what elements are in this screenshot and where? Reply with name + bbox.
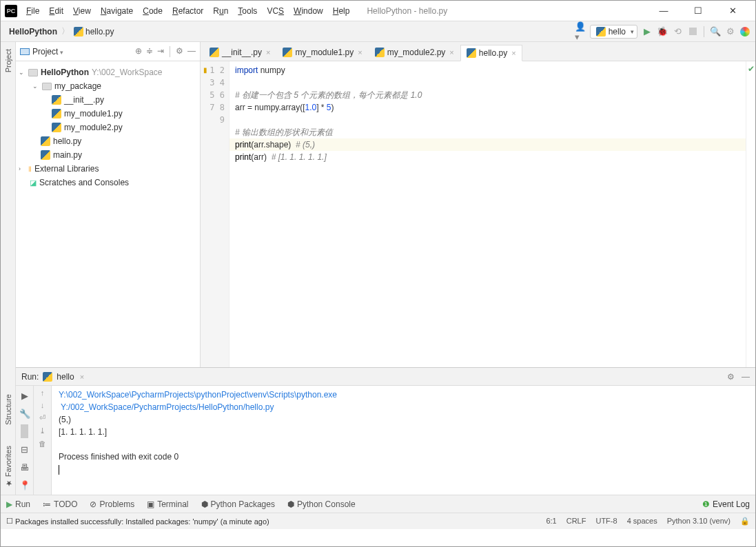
close-tab-icon[interactable]: ×: [266, 48, 270, 56]
user-icon[interactable]: 👤▾: [575, 26, 586, 37]
up-arrow-icon[interactable]: ↑: [41, 389, 45, 397]
tab-label: hello.py: [479, 48, 507, 58]
console-output[interactable]: Y:\002_WorkSpace\PycharmProjects\pythonP…: [52, 386, 755, 495]
close-tab-icon[interactable]: ×: [449, 48, 453, 56]
code-editor[interactable]: 1 2 ▮3 4 5 6 7 8 9 import numpy # 创建一个包含…: [201, 61, 755, 367]
ide-features-icon[interactable]: [740, 27, 750, 37]
menu-navigate[interactable]: Navigate: [97, 5, 136, 17]
todo-tab-button[interactable]: ≔ TODO: [43, 499, 77, 509]
favorites-tool-tab[interactable]: ★ Favorites: [3, 446, 12, 488]
menu-run[interactable]: Run: [210, 5, 232, 17]
rerun-icon[interactable]: ▶: [21, 389, 28, 402]
settings-icon[interactable]: ⚙: [725, 26, 736, 37]
close-tab-icon[interactable]: ×: [511, 49, 515, 57]
layout-icon[interactable]: ⊟: [21, 442, 28, 456]
run-button[interactable]: ▶: [642, 26, 653, 37]
trash-icon[interactable]: 🗑: [39, 440, 46, 448]
file-encoding[interactable]: UTF-8: [595, 517, 617, 526]
interpreter[interactable]: Python 3.10 (venv): [667, 517, 731, 526]
tree-file[interactable]: my_module2.py: [19, 121, 197, 134]
editor-tabs: __init__.py× my_module1.py× my_module2.p…: [201, 42, 755, 61]
minimize-button[interactable]: —: [653, 6, 674, 16]
tool-window-toggle-icon[interactable]: ☐: [6, 517, 13, 526]
run-settings-icon[interactable]: ⚙: [727, 372, 735, 382]
tree-file[interactable]: hello.py: [19, 134, 197, 148]
locate-icon[interactable]: ⊕: [135, 46, 142, 57]
navigation-bar: HelloPython 〉 hello.py 👤▾ hello ▶ 🐞 ⟲ 🔍 …: [1, 21, 755, 42]
search-icon[interactable]: 🔍: [710, 26, 721, 37]
close-button[interactable]: ✕: [722, 6, 743, 16]
python-console-tab-button[interactable]: ⬢ Python Console: [287, 499, 356, 509]
pin-icon[interactable]: 📍: [19, 478, 30, 492]
title-bar: PC File Edit View Navigate Code Refactor…: [1, 1, 755, 21]
run-config-name: hello: [57, 372, 74, 382]
hide-run-panel-icon[interactable]: —: [742, 372, 750, 382]
soft-wrap-icon[interactable]: ⏎: [39, 413, 45, 422]
problems-tab-label: Problems: [99, 499, 134, 509]
collapse-all-icon[interactable]: ⇥: [157, 46, 164, 57]
coverage-button[interactable]: ⟲: [672, 26, 683, 37]
editor-tab[interactable]: __init__.py×: [203, 44, 276, 61]
tree-root[interactable]: ⌄ HelloPython Y:\002_WorkSpace: [19, 65, 197, 79]
close-run-tab-icon[interactable]: ×: [80, 373, 84, 381]
tree-file-label: __init__.py: [64, 93, 104, 107]
tree-package[interactable]: ⌄ my_package: [19, 79, 197, 93]
tool-icon[interactable]: 🔧: [19, 406, 30, 420]
panel-settings-icon[interactable]: ⚙: [176, 46, 183, 57]
menu-view[interactable]: View: [70, 5, 94, 17]
todo-tab-label: TODO: [54, 499, 77, 509]
maximize-button[interactable]: ☐: [688, 6, 708, 16]
expand-all-icon[interactable]: ≑: [146, 46, 153, 57]
run-tab-button[interactable]: ▶Run: [6, 499, 30, 509]
window-title: HelloPython - hello.py: [367, 6, 447, 16]
menu-bar: File Edit View Navigate Code Refactor Ru…: [23, 5, 353, 17]
editor-tab[interactable]: my_module1.py×: [276, 44, 368, 61]
menu-refactor[interactable]: Refactor: [169, 5, 207, 17]
python-packages-tab-button[interactable]: ⬢ Python Packages: [201, 499, 275, 509]
editor-tab-active[interactable]: hello.py×: [460, 45, 522, 61]
tree-scratch-label: Scratches and Consoles: [39, 176, 129, 189]
breadcrumb-file[interactable]: hello.py: [71, 25, 116, 38]
menu-code[interactable]: Code: [139, 5, 166, 17]
run-configuration-selector[interactable]: hello: [590, 25, 637, 39]
tree-file[interactable]: main.py: [19, 148, 197, 162]
stop-button[interactable]: [687, 26, 698, 37]
hide-panel-icon[interactable]: —: [187, 46, 196, 57]
tree-package-label: my_package: [54, 79, 101, 93]
window-controls: — ☐ ✕: [653, 6, 751, 16]
menu-help[interactable]: Help: [329, 5, 354, 17]
breadcrumb-file-label: hello.py: [85, 27, 114, 37]
menu-tools[interactable]: Tools: [234, 5, 260, 17]
problems-tab-button[interactable]: ⊘ Problems: [90, 499, 134, 509]
debug-button[interactable]: 🐞: [657, 26, 668, 37]
bookmark-icon[interactable]: ▮: [203, 64, 207, 76]
structure-tool-tab[interactable]: Structure: [4, 394, 12, 425]
breadcrumb-project[interactable]: HelloPython: [6, 25, 60, 38]
tree-file[interactable]: my_module1.py: [19, 107, 197, 121]
project-tool-tab[interactable]: Project: [4, 49, 12, 72]
scroll-end-icon[interactable]: ⤓: [39, 426, 45, 435]
close-tab-icon[interactable]: ×: [358, 48, 362, 56]
python-file-icon: [467, 48, 476, 58]
menu-edit[interactable]: Edit: [45, 5, 67, 17]
line-separator[interactable]: CRLF: [566, 517, 586, 526]
down-arrow-icon[interactable]: ↓: [41, 401, 45, 409]
project-view-selector[interactable]: Project: [32, 47, 63, 56]
print-icon[interactable]: 🖶: [20, 460, 29, 474]
stop-icon[interactable]: [21, 424, 28, 438]
editor-tab[interactable]: my_module2.py×: [369, 44, 460, 61]
inspection-ok-icon[interactable]: ✔: [746, 64, 755, 74]
readonly-lock-icon[interactable]: 🔒: [740, 517, 750, 526]
code-content[interactable]: import numpy # 创建一个包含 5 个元素的数组，每个元素都是 1.…: [229, 61, 746, 367]
tree-file[interactable]: __init__.py: [19, 93, 197, 107]
caret-position[interactable]: 6:1: [546, 517, 556, 526]
menu-file[interactable]: File: [23, 5, 43, 17]
tree-external-libraries[interactable]: ›⫴ External Libraries: [19, 162, 197, 176]
event-log-button[interactable]: ❶ Event Log: [702, 499, 750, 509]
indent-setting[interactable]: 4 spaces: [627, 517, 657, 526]
tree-scratches[interactable]: ◪ Scratches and Consoles: [19, 176, 197, 189]
terminal-tab-button[interactable]: ▣ Terminal: [147, 499, 188, 509]
menu-vcs[interactable]: VCS: [263, 5, 287, 17]
menu-window[interactable]: Window: [290, 5, 327, 17]
tree-file-label: main.py: [53, 148, 82, 162]
